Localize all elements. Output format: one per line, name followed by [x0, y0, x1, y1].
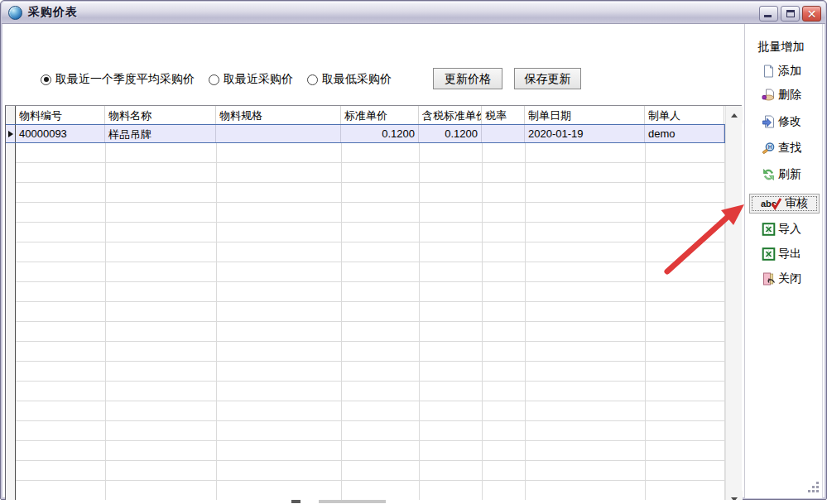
magnifier-icon: H	[761, 142, 776, 156]
excel-icon	[761, 247, 776, 262]
radio-circle-icon	[307, 74, 318, 85]
grid-column-line	[482, 143, 483, 504]
row-cell-7: demo	[645, 125, 724, 142]
resize-grip[interactable]	[807, 482, 819, 492]
background-window-bar	[319, 500, 386, 503]
sidebar-item-modify[interactable]: 修改	[745, 113, 817, 130]
price-source-radio-group: 取最近一个季度平均采购价取最近采购价取最低采购价	[41, 69, 392, 90]
vertical-scrollbar[interactable]	[725, 106, 742, 504]
row-indicator-column	[6, 143, 16, 504]
radio-label: 取最近采购价	[224, 72, 293, 87]
grid-column-line	[419, 143, 420, 504]
maximize-icon	[786, 10, 795, 17]
radio-price-option-0[interactable]: 取最近一个季度平均采购价	[41, 72, 195, 87]
scroll-up-button[interactable]	[726, 107, 743, 123]
close-icon: ✕	[807, 8, 817, 20]
sidebar-item-label: 修改	[778, 114, 801, 129]
titlebar: 采购价表 ✕	[2, 2, 825, 24]
row-cell-3: 0.1200	[341, 125, 419, 142]
update-price-button[interactable]: 更新价格	[433, 68, 502, 89]
scroll-up-icon	[731, 113, 738, 118]
current-row-arrow-icon	[8, 131, 13, 137]
radio-circle-icon	[209, 74, 219, 85]
price-grid: 物料编号物料名称物料规格标准单价含税标准单价税率制单日期制单人 40000093…	[5, 105, 742, 504]
delete-hand-icon	[761, 89, 776, 103]
grid-empty-area: 合计	[6, 143, 725, 504]
sidebar-item-export[interactable]: 导出	[745, 246, 817, 262]
row-cell-2	[216, 125, 341, 142]
grid-column-line	[341, 143, 342, 504]
row-cell-4: 0.1200	[419, 125, 482, 142]
radio-price-option-1[interactable]: 取最近采购价	[209, 72, 293, 87]
minimize-icon	[764, 15, 772, 17]
grid-column-line	[525, 143, 526, 504]
action-sidebar: 批量增加 添加删除修改H查找刷新abc审核导入导出关闭	[744, 24, 823, 498]
row-cell-5	[482, 125, 525, 142]
column-header-5[interactable]: 税率	[482, 106, 525, 124]
sidebar-item-label: 刷新	[778, 167, 801, 182]
sidebar-item-refresh[interactable]: 刷新	[745, 166, 817, 183]
sidebar-item-close[interactable]: 关闭	[745, 271, 817, 287]
radio-label: 取最低采购价	[322, 72, 392, 87]
column-header-6[interactable]: 制单日期	[525, 106, 645, 124]
sidebar-item-label: 审核	[785, 196, 808, 211]
window-controls: ✕	[759, 6, 821, 22]
column-header-4[interactable]: 含税标准单价	[419, 106, 482, 124]
sidebar-item-label: 查找	[778, 141, 801, 156]
door-exit-icon	[761, 272, 776, 286]
close-button[interactable]: ✕	[802, 6, 821, 22]
client-area: 取最近一个季度平均采购价取最近采购价取最低采购价 更新价格 保存更新 物料编号物…	[3, 24, 824, 497]
column-header-7[interactable]: 制单人	[645, 106, 724, 124]
abc-check-icon: abc	[761, 197, 782, 211]
row-cell-6: 2020-01-19	[525, 125, 645, 142]
app-globe-icon	[8, 6, 22, 20]
sidebar-item-label: 关闭	[778, 271, 801, 286]
background-window-speck	[291, 500, 301, 503]
sidebar-item-add[interactable]: 添加	[745, 63, 817, 79]
refresh-arrows-icon	[761, 168, 776, 182]
window-title: 采购价表	[28, 5, 78, 20]
sidebar-item-label: 添加	[778, 64, 801, 79]
sidebar-item-audit[interactable]: abc审核	[749, 194, 820, 214]
column-header-2[interactable]: 物料规格	[216, 106, 341, 124]
grid-column-line	[645, 143, 646, 504]
row-cell-0: 40000093	[16, 125, 105, 142]
table-row-selected[interactable]: 40000093样品吊牌0.12000.12002020-01-19demo	[6, 124, 725, 143]
svg-text:H: H	[767, 144, 772, 150]
sidebar-item-label: 导入	[778, 222, 801, 237]
grid-column-line	[216, 143, 217, 504]
grid-column-line	[105, 143, 106, 504]
column-header-1[interactable]: 物料名称	[105, 106, 216, 124]
row-indicator-cell	[6, 125, 16, 142]
sidebar-item-find[interactable]: H查找	[745, 140, 817, 156]
radio-label: 取最近一个季度平均采购价	[55, 72, 195, 87]
minimize-button[interactable]	[759, 6, 778, 22]
column-header-3[interactable]: 标准单价	[341, 106, 419, 124]
app-window: 采购价表 ✕ 取最近一个季度平均采购价取最近采购价取最低采购价 更新价格 保存更…	[0, 0, 827, 500]
column-header-0[interactable]: 物料编号	[16, 106, 105, 124]
excel-icon	[761, 223, 776, 237]
background-window-edge	[0, 500, 827, 504]
screen: 采购价表 ✕ 取最近一个季度平均采购价取最近采购价取最低采购价 更新价格 保存更…	[0, 0, 827, 504]
sidebar-item-import[interactable]: 导入	[745, 221, 817, 238]
edit-document-arrow-icon	[761, 115, 776, 129]
sidebar-item-label: 删除	[778, 88, 801, 103]
save-update-button[interactable]: 保存更新	[514, 68, 581, 89]
row-indicator-header	[6, 106, 16, 124]
radio-price-option-2[interactable]: 取最低采购价	[307, 72, 392, 87]
new-document-icon	[761, 65, 776, 79]
maximize-button[interactable]	[781, 6, 800, 22]
sidebar-header: 批量增加	[745, 40, 817, 55]
row-cell-1: 样品吊牌	[105, 125, 216, 142]
sidebar-item-delete[interactable]: 删除	[745, 87, 817, 103]
sidebar-item-label: 导出	[778, 247, 801, 262]
radio-circle-icon	[41, 74, 51, 85]
